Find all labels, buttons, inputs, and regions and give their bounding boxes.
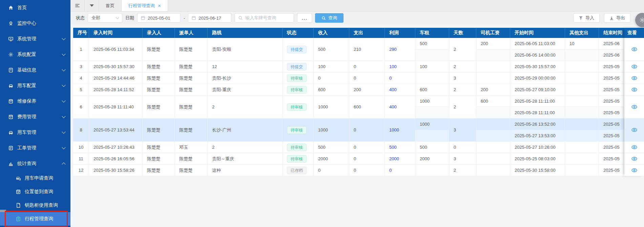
sidebar-item-7[interactable]: 费用管理 [0,109,70,125]
cell-start_time: 2025-05-28 11:11:00 [510,107,565,119]
tab-home[interactable]: 首页 [99,0,122,11]
cell-income: 0 [314,165,349,176]
base-info-icon [8,67,14,73]
sidebar-item-label: 首页 [17,5,27,11]
table-row-6[interactable]: 62025-05-28 11:11:40陈楚楚陈楚楚2待审核1000600400… [73,96,644,107]
table-header-row: 序号录入时间录入人派单人路线状态收入支出利润车租天数司机工资开始时间其他支出结束… [73,28,644,38]
cell-status: 待审核 [283,96,314,119]
cell-start_time: 2025-06-05 14:00:00 [510,49,565,61]
sidebar-item-8[interactable]: 用车管理 [0,125,70,140]
sidebar-item-label: 系统配置 [17,51,36,58]
view-button-row-8[interactable] [624,119,644,142]
cell-days: 3 [449,153,476,165]
sidebar-menu: 首页监控中心系统管理系统配置基础信息用车配置维修保养费用管理用车管理工单管理统计… [0,0,70,226]
sidebar-subitem-1[interactable]: 位置签到查询 [0,185,70,199]
gear-icon [639,17,644,23]
cell-entry_time: 2025-05-28 11:11:40 [89,96,143,119]
sidebar-subitem-0[interactable]: 用车申请查询 [0,171,70,185]
view-button-row-12[interactable] [624,165,644,176]
cell-entry_person: 陈楚楚 [143,73,175,84]
status-badge: 待审核 [287,75,307,82]
status-badge: 待提交 [287,63,307,70]
tab-dropdown-button[interactable] [85,0,99,11]
cell-dispatcher: 邓玉 [175,142,208,153]
table-row-12[interactable]: 122025-05-30 15:58:26陈楚楚陈楚楚这种已存档00022025… [73,165,644,176]
tab-close-icon[interactable]: × [158,3,161,8]
view-button-row-5[interactable] [624,84,644,96]
collapse-menu-button[interactable] [70,0,85,11]
cell-route: 贵阳-安顺 [208,38,283,61]
car-search-icon [16,176,21,181]
cell-income: 1000 [314,96,349,119]
calendar-icon [141,16,145,20]
search-icon [238,16,243,20]
tab-trip-query[interactable]: 行程管理查询 × [122,0,168,11]
table-row-10[interactable]: 102025-05-27 10:26:43陈楚楚邓玉2待审核5000500500… [73,142,644,153]
workorder-icon [8,145,14,151]
query-button[interactable]: 查询 [315,13,344,23]
cell-days: 3 [449,119,476,142]
table-row-11[interactable]: 112025-05-26 16:05:56陈楚楚陈楚楚贵阳～重庆待审核20000… [73,153,644,165]
sidebar-item-1[interactable]: 监控中心 [0,16,70,31]
sidebar-item-9[interactable]: 工单管理 [0,140,70,156]
sidebar-item-label: 系统管理 [17,36,36,42]
view-button-row-4[interactable] [624,73,644,84]
cell-entry_time: 2025-05-27 10:26:43 [89,142,143,153]
cell-profit: 100 [385,61,415,73]
cell-driver_wage [476,107,510,119]
cell-other_expense [565,84,599,96]
view-button-row-10[interactable] [624,142,644,153]
cell-entry_person: 陈楚楚 [143,119,175,142]
column-header-status: 状态 [283,28,314,38]
chevron-down-icon [62,145,65,149]
sidebar-subitem-label: 钥匙柜使用查询 [25,202,58,208]
date-from-input[interactable]: 2025-05-01 [137,13,181,23]
view-button-row-3[interactable] [624,61,644,73]
chevron-down-icon [62,52,65,56]
table-row-1[interactable]: 12025-06-05 11:03:34陈楚楚陈楚楚贵阳-安顺待提交500210… [73,38,644,49]
cell-status: 待审核 [283,153,314,165]
import-button[interactable]: 导入 [573,13,600,23]
table-row-8[interactable]: 82025-05-27 13:53:44陈楚楚陈楚楚长沙-广州待审核100001… [73,119,644,130]
export-button[interactable]: 导出 [604,13,630,23]
chevron-down-icon [116,16,119,19]
table-row-5[interactable]: 52025-05-28 14:11:52陈楚楚陈楚楚贵阳-重庆待审核600200… [73,84,644,96]
sidebar-item-0[interactable]: 首页 [0,0,70,16]
sidebar-subitem-2[interactable]: 钥匙柜使用查询 [0,199,70,212]
sidebar-subitem-3[interactable]: 行程管理查询 [0,212,70,226]
cell-driver_wage [476,142,510,153]
sidebar-item-3[interactable]: 系统配置 [0,47,70,62]
view-column-header: 查看 [624,28,644,38]
cell-driver_wage [476,153,510,165]
view-button-row-1[interactable] [624,38,644,61]
cell-status: 待提交 [283,61,314,73]
more-filters-button[interactable]: ... [297,13,312,23]
cell-car_rent: 1000 [415,119,449,130]
table-row-4[interactable]: 42025-05-29 14:44:46陈楚楚陈楚楚贵阳-长沙待审核000320… [73,73,644,84]
cell-start_time: 2025-05-26 13:52:00 [510,119,565,130]
plate-search-input[interactable]: 输入车牌号查询 [234,13,294,23]
cell-driver_wage [476,119,510,130]
cell-car_rent: 500 [415,38,449,49]
sidebar-item-2[interactable]: 系统管理 [0,31,70,47]
date-to-input[interactable]: 2025-06-17 [188,13,231,23]
cell-entry_time: 2025-06-05 11:03:34 [89,38,143,61]
cell-other_expense [565,130,599,142]
column-header-days: 天数 [449,28,476,38]
sidebar-item-4[interactable]: 基础信息 [0,62,70,78]
stats-icon [8,161,14,166]
cell-car_rent: 500 [415,142,449,153]
status-select[interactable]: 全部 [88,13,122,23]
sidebar-item-5[interactable]: 用车配置 [0,78,70,94]
cell-days: 2 [449,96,476,119]
view-button-row-6[interactable] [624,96,644,119]
eye-icon [631,63,638,70]
table-row-3[interactable]: 32025-05-30 15:57:30陈楚楚陈楚楚12待提交100010010… [73,61,644,73]
chevron-down-icon [62,114,65,118]
cell-status: 待审核 [283,142,314,153]
cell-dispatcher: 陈楚楚 [175,84,208,96]
view-button-row-11[interactable] [624,153,644,165]
cell-days: 2 [449,38,476,61]
sidebar-item-10[interactable]: 统计查询 [0,156,70,171]
sidebar-item-6[interactable]: 维修保养 [0,94,70,109]
